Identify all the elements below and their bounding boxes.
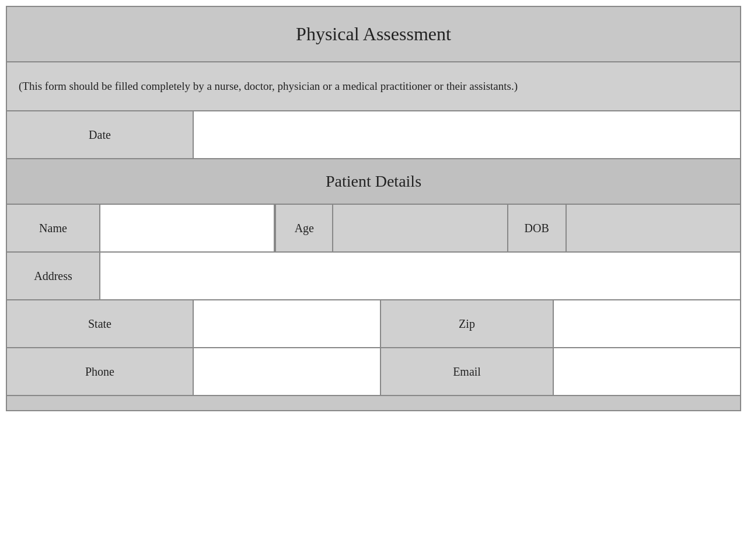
address-input[interactable] bbox=[100, 253, 740, 299]
name-age-dob-row: Name Age DOB bbox=[7, 205, 740, 253]
description-text: (This form should be filled completely b… bbox=[19, 80, 518, 92]
date-input[interactable] bbox=[194, 111, 740, 158]
zip-input[interactable] bbox=[554, 300, 740, 347]
title-text: Physical Assessment bbox=[296, 23, 451, 44]
date-row: Date bbox=[7, 111, 740, 159]
zip-label: Zip bbox=[381, 300, 554, 347]
patient-details-header: Patient Details bbox=[7, 159, 740, 205]
dob-input[interactable] bbox=[567, 205, 740, 251]
name-label: Name bbox=[7, 205, 100, 251]
age-input[interactable] bbox=[333, 205, 508, 251]
bottom-strip bbox=[7, 396, 740, 410]
state-input[interactable] bbox=[194, 300, 381, 347]
email-input[interactable] bbox=[554, 348, 740, 395]
date-label: Date bbox=[7, 111, 194, 158]
form-description: (This form should be filled completely b… bbox=[7, 62, 740, 111]
state-zip-row: State Zip bbox=[7, 300, 740, 348]
state-label: State bbox=[7, 300, 194, 347]
age-label: Age bbox=[275, 205, 333, 251]
phone-input[interactable] bbox=[194, 348, 381, 395]
address-row: Address bbox=[7, 253, 740, 300]
name-input[interactable] bbox=[100, 205, 275, 251]
dob-label: DOB bbox=[508, 205, 567, 251]
form-title: Physical Assessment bbox=[7, 7, 740, 62]
address-label: Address bbox=[7, 253, 100, 299]
email-label: Email bbox=[381, 348, 554, 395]
form-container: Physical Assessment (This form should be… bbox=[6, 6, 741, 411]
phone-email-row: Phone Email bbox=[7, 348, 740, 396]
phone-label: Phone bbox=[7, 348, 194, 395]
